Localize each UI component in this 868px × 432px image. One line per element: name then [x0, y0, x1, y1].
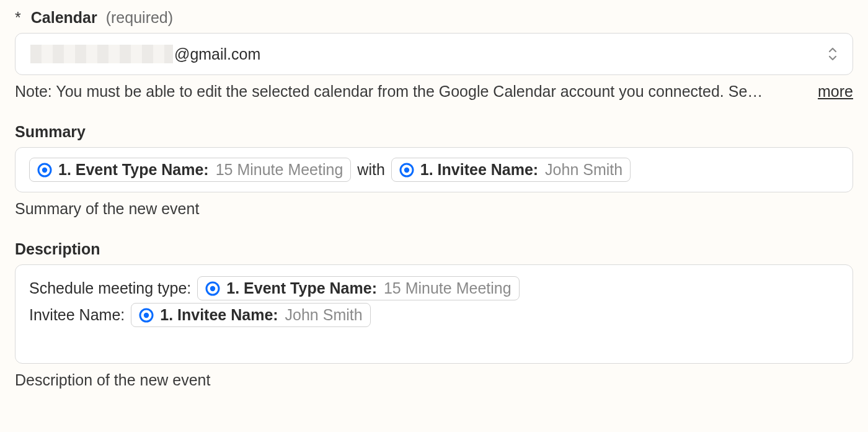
- description-line2-prefix: Invitee Name:: [29, 306, 125, 324]
- calendar-email-suffix: @gmail.com: [174, 45, 260, 63]
- token-value: 15 Minute Meeting: [216, 161, 343, 178]
- summary-field: Summary 1. Event Type Name: 15 Minute Me…: [15, 123, 853, 218]
- svg-point-3: [404, 167, 409, 172]
- calendar-note-row: Note: You must be able to edit the selec…: [15, 83, 853, 101]
- token-value: John Smith: [285, 306, 363, 323]
- svg-point-5: [210, 286, 215, 290]
- calendar-label: Calendar: [31, 9, 97, 27]
- summary-content: 1. Event Type Name: 15 Minute Meeting wi…: [29, 158, 839, 182]
- summary-token-event-type[interactable]: 1. Event Type Name: 15 Minute Meeting: [29, 158, 351, 182]
- token-label: 1. Event Type Name:: [58, 161, 209, 178]
- calendar-field: * Calendar (required) @gmail.com Note: Y…: [15, 9, 853, 101]
- token-label: 1. Invitee Name:: [160, 306, 278, 323]
- description-line1-prefix: Schedule meeting type:: [29, 279, 191, 297]
- summary-input[interactable]: 1. Event Type Name: 15 Minute Meeting wi…: [15, 147, 853, 192]
- summary-helper: Summary of the new event: [15, 200, 853, 218]
- description-token-invitee[interactable]: 1. Invitee Name: John Smith: [131, 303, 370, 327]
- description-heading: Description: [15, 240, 853, 258]
- description-field: Description Schedule meeting type: 1. Ev…: [15, 240, 853, 389]
- description-token-event-type[interactable]: 1. Event Type Name: 15 Minute Meeting: [197, 276, 519, 300]
- summary-token-invitee[interactable]: 1. Invitee Name: John Smith: [391, 158, 631, 182]
- svg-point-1: [42, 167, 47, 172]
- required-star: *: [15, 9, 21, 27]
- calendar-select[interactable]: @gmail.com: [15, 33, 853, 75]
- summary-with-text: with: [357, 161, 384, 179]
- description-helper: Description of the new event: [15, 371, 853, 389]
- calendar-redacted-prefix: [30, 45, 173, 63]
- token-label: 1. Invitee Name:: [420, 161, 538, 178]
- calendar-note: Note: You must be able to edit the selec…: [15, 83, 805, 101]
- description-line-1: Schedule meeting type: 1. Event Type Nam…: [29, 276, 839, 300]
- svg-point-7: [144, 312, 149, 317]
- calendly-icon: [399, 163, 414, 178]
- summary-heading: Summary: [15, 123, 853, 141]
- token-value: John Smith: [545, 161, 622, 178]
- token-value: 15 Minute Meeting: [384, 279, 512, 297]
- calendly-icon: [139, 308, 154, 323]
- calendly-icon: [205, 281, 220, 296]
- calendly-icon: [37, 163, 52, 178]
- description-input[interactable]: Schedule meeting type: 1. Event Type Nam…: [15, 264, 853, 364]
- chevron-up-down-icon: [828, 47, 838, 61]
- calendar-select-value: @gmail.com: [30, 45, 260, 63]
- calendar-note-more[interactable]: more: [818, 83, 853, 101]
- token-label: 1. Event Type Name:: [226, 279, 377, 297]
- calendar-required: (required): [106, 9, 173, 27]
- description-line-2: Invitee Name: 1. Invitee Name: John Smit…: [29, 303, 839, 327]
- calendar-label-row: * Calendar (required): [15, 9, 853, 27]
